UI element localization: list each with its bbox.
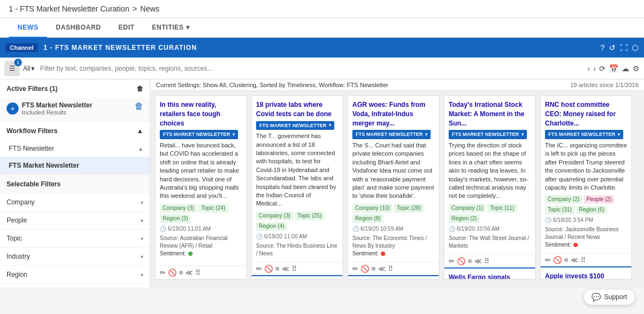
edit-icon[interactable]: ✏ [352,265,358,273]
tab-dashboard[interactable]: DASHBOARD [47,18,110,38]
grid-icon[interactable]: ⠿ [195,269,201,277]
card-2: 18 private labs where Covid tests can be… [251,95,343,279]
settings-icon[interactable]: ⚙ [633,64,640,73]
tab-entities[interactable]: ENTITIES ▾ [143,18,199,38]
card-1-tag-company[interactable]: Company (3) [160,204,197,213]
filter-source[interactable]: Source ▾ [0,284,150,288]
card-5b-title[interactable]: Apple invests $100 million in new racial… [545,272,627,279]
card-3-title[interactable]: AGR woes: Funds from Voda, Infratel-Indu… [352,100,434,128]
card-1-actions: ✏ 🚫 ≡ ≪ ⠿ [155,266,246,279]
card-5-tag-topic[interactable]: Topic (31) [545,205,575,214]
reload-icon[interactable]: ⟳ [599,64,606,73]
external-icon[interactable]: ⬡ [632,43,639,52]
grid-icon[interactable]: ⠿ [292,265,297,273]
block-icon[interactable]: 🚫 [264,265,273,273]
edit-icon[interactable]: ✏ [545,256,551,264]
grid-icon[interactable]: ⠿ [484,257,490,265]
card-4b-title[interactable]: Wells Fargo signals substantial layoffs … [449,273,531,279]
card-4-tag-company[interactable]: Company (1) [449,204,486,213]
filter-industry-arrow: ▾ [141,254,143,260]
card-3-sentiment: Sentiment: [352,250,434,258]
share-icon[interactable]: ≪ [282,265,289,273]
all-dropdown[interactable]: All ▾ [23,65,34,72]
card-1-source: Source: Australian Financial Review (AFR… [160,235,242,250]
filter-region[interactable]: Region ▾ [0,266,150,284]
card-1-badge[interactable]: FTS MARKET NEWSLETTER ▾ [160,130,238,139]
list-icon[interactable]: ≡ [564,256,568,264]
filter-region-label: Region [7,271,27,278]
workflow-item-fts-newsletter[interactable]: FTS Newsletter ▲ [0,140,150,157]
card-1-tag-topic[interactable]: Topic (24) [199,204,228,213]
list-icon[interactable]: ≡ [468,257,472,265]
card-4-tag-topic[interactable]: Topic (11) [488,204,517,213]
card-3-content: AGR woes: Funds from Voda, Infratel-Indu… [348,96,439,262]
block-icon[interactable]: 🚫 [457,257,466,265]
block-icon[interactable]: 🚫 [168,269,177,277]
all-label: All [23,65,30,72]
grid-icon[interactable]: ⠿ [581,256,586,264]
card-3-sentiment-dot [381,252,385,256]
card-5-title[interactable]: RNC host committee CEO: Money raised for… [545,100,627,128]
trash-icon[interactable]: 🗑 [137,85,143,93]
workflow-collapse-icon[interactable]: ▲ [137,127,143,135]
expand-icon[interactable]: ⛶ [620,43,628,52]
calendar-icon[interactable]: 📅 [609,64,618,73]
active-filters-header[interactable]: Active Filters (1) 🗑 [0,79,150,98]
list-icon[interactable]: ≡ [179,269,183,277]
card-4-tag-region[interactable]: Region (2) [449,214,480,223]
card-5-tag-company[interactable]: Company (2) [545,195,582,204]
breadcrumb-sep: > [132,4,137,13]
list-icon[interactable]: ≡ [275,265,280,273]
card-3-badge[interactable]: FTS MARKET NEWSLETTER ▾ [352,130,431,139]
share-icon[interactable]: ≪ [474,257,482,265]
search-input[interactable] [38,62,584,75]
card-4-title[interactable]: Today's Irrational Stock Market: A Momen… [449,100,531,128]
card-2-tag-topic[interactable]: Topic (25) [295,212,324,220]
upload-icon[interactable]: ☁ [622,64,629,73]
edit-icon[interactable]: ✏ [160,269,166,277]
edit-icon[interactable]: ✏ [449,257,455,265]
share-icon[interactable]: ≪ [378,265,386,273]
card-5-tag-region[interactable]: Region (6) [576,205,607,214]
nav-next-icon[interactable]: › [593,64,596,73]
card-3-tag-company[interactable]: Company (10) [352,204,392,213]
filter-icon-btn[interactable]: ☰ 1 [4,61,20,76]
card-2-title[interactable]: 18 private labs where Covid tests can be… [256,100,338,119]
block-icon[interactable]: 🚫 [553,256,562,264]
nav-prev-icon[interactable]: ‹ [588,64,590,73]
card-4-actions: ✏ 🚫 ≡ ≪ ⠿ [444,254,535,267]
card-2-tag-company[interactable]: Company (3) [256,212,293,220]
dropdown-arrow-icon: ▾ [31,65,34,72]
filter-delete-icon[interactable]: 🗑 [135,101,143,111]
workflow-item-arrow: ▲ [138,146,143,152]
filter-company[interactable]: Company ▾ [0,193,150,212]
list-icon[interactable]: ≡ [372,265,376,273]
share-icon[interactable]: ≪ [571,256,578,264]
card-3-tag-topic[interactable]: Topic (28) [394,204,423,213]
card-2-tag-region[interactable]: Region (4) [256,222,287,231]
edit-icon[interactable]: ✏ [256,265,262,273]
tab-news[interactable]: NEWS [9,18,47,38]
workflow-filters-header[interactable]: Workflow Filters ▲ [0,122,150,140]
grid-icon[interactable]: ⠿ [388,265,393,273]
card-1-tag-region[interactable]: Region (3) [160,214,191,223]
help-icon[interactable]: ? [600,43,605,52]
filter-people[interactable]: People ▾ [0,212,150,230]
card-5-badge[interactable]: FTS MARKET NEWSLETTER ▾ [545,130,623,139]
refresh-icon[interactable]: ↺ [609,43,616,52]
share-icon[interactable]: ≪ [185,269,193,277]
breadcrumb-parent[interactable]: 1 - FTS Market Newsletter Curation [9,4,129,13]
block-icon[interactable]: 🚫 [361,265,369,273]
filter-industry[interactable]: Industry ▾ [0,248,150,266]
filter-topic[interactable]: Topic ▾ [0,230,150,248]
add-filter-icon[interactable]: + [7,102,19,115]
card-3-tag-region[interactable]: Region (8) [352,214,384,223]
active-filter-item: + FTS Market Newsletter Included Results… [0,98,150,121]
card-5-tag-people[interactable]: People (2) [584,195,614,204]
card-2-badge[interactable]: FTS MARKET NEWSLETTER ▾ [256,121,334,130]
workflow-item-fts-market[interactable]: FTS Market Newsletter [0,157,150,174]
card-4-badge[interactable]: FTS MARKET NEWSLETTER ▾ [449,130,527,139]
card-1-title[interactable]: In this new reality, retailers face toug… [160,100,242,128]
tab-edit[interactable]: EDIT [110,18,143,38]
card-2-date: 🕐 6/19/20 11:00 AM [256,233,338,241]
